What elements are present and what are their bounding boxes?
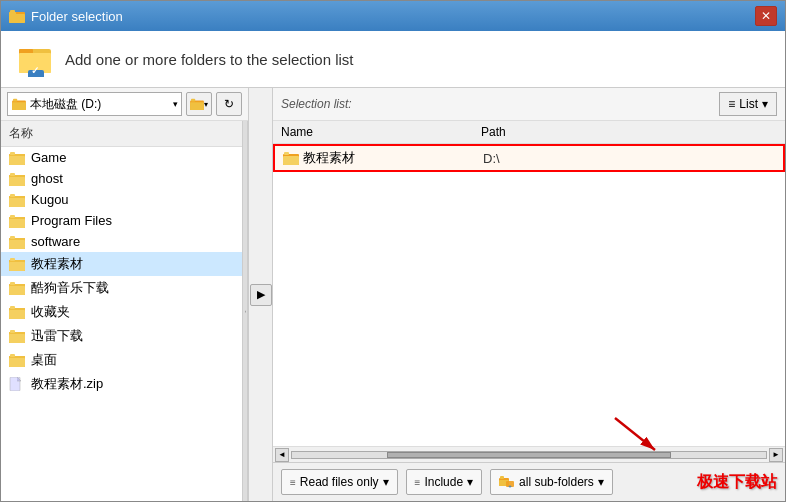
svg-text:✓: ✓	[31, 65, 39, 76]
list-item[interactable]: Game	[1, 147, 242, 168]
table-header: Name Path	[273, 121, 785, 144]
expand-right-button[interactable]: ▶	[250, 284, 272, 306]
list-item[interactable]: 桌面	[1, 348, 242, 372]
scrollbar-track[interactable]	[291, 451, 767, 459]
menu-icon: ≡	[728, 97, 735, 111]
include-label: Include	[424, 475, 463, 489]
file-item-label: 教程素材	[31, 255, 83, 273]
column-name-header: Name	[281, 125, 481, 139]
column-path-header: Path	[481, 125, 777, 139]
left-panel: 本地磁盘 (D:) ▾ ▾ ↻ 名称	[1, 88, 249, 501]
svg-rect-34	[10, 236, 15, 239]
svg-rect-26	[10, 194, 15, 197]
folder-icon	[9, 214, 25, 228]
file-item-label: software	[31, 234, 80, 249]
svg-rect-37	[9, 262, 25, 271]
selection-table: Name Path 教程素材D:\	[273, 121, 785, 446]
window-icon	[9, 8, 25, 24]
read-files-only-button[interactable]: ≡ Read files only ▾	[281, 469, 398, 495]
file-item-label: ghost	[31, 171, 63, 186]
svg-rect-10	[12, 102, 26, 110]
table-row[interactable]: 教程素材D:\	[273, 144, 785, 172]
list-item[interactable]: Kugou	[1, 189, 242, 210]
table-cell-name: 教程素材	[283, 149, 483, 167]
svg-rect-54	[10, 354, 15, 357]
list-view-button[interactable]: ≡ List ▾	[719, 92, 777, 116]
drive-selector[interactable]: 本地磁盘 (D:) ▾	[7, 92, 182, 116]
svg-rect-61	[500, 476, 504, 479]
scroll-right-button[interactable]: ►	[769, 448, 783, 462]
folder-icon	[9, 329, 25, 343]
svg-line-65	[615, 418, 655, 450]
svg-rect-33	[9, 240, 25, 249]
list-item[interactable]: ghost	[1, 168, 242, 189]
svg-rect-42	[10, 282, 15, 285]
include-menu-icon: ≡	[415, 477, 421, 488]
right-toolbar: Selection list: ≡ List ▾	[273, 88, 785, 121]
splitter-handle: · · ·	[241, 310, 249, 311]
window-title: Folder selection	[31, 9, 755, 24]
folder-browse-button[interactable]: ▾	[186, 92, 212, 116]
include-button[interactable]: ≡ Include ▾	[406, 469, 483, 495]
drive-dropdown-arrow: ▾	[173, 99, 178, 109]
chevron-right-icon: ▶	[257, 288, 265, 301]
refresh-icon: ↻	[224, 97, 234, 111]
list-item[interactable]: 迅雷下载	[1, 324, 242, 348]
left-toolbar: 本地磁盘 (D:) ▾ ▾ ↻	[1, 88, 248, 121]
list-item[interactable]: Program Files	[1, 210, 242, 231]
svg-rect-45	[9, 310, 25, 319]
folder-icon	[9, 172, 25, 186]
svg-rect-25	[9, 198, 25, 207]
table-body: 教程素材D:\	[273, 144, 785, 446]
folder-icon	[9, 281, 25, 295]
table-cell-path: D:\	[483, 151, 775, 166]
svg-rect-38	[10, 258, 15, 261]
list-item[interactable]: 收藏夹	[1, 300, 242, 324]
svg-rect-49	[9, 334, 25, 343]
refresh-button[interactable]: ↻	[216, 92, 242, 116]
list-item[interactable]: software	[1, 231, 242, 252]
svg-rect-57	[283, 156, 299, 165]
main-content: 本地磁盘 (D:) ▾ ▾ ↻ 名称	[1, 88, 785, 501]
svg-rect-58	[284, 152, 289, 155]
list-dropdown-arrow: ▾	[762, 97, 768, 111]
svg-rect-18	[10, 152, 15, 155]
read-files-only-label: Read files only	[300, 475, 379, 489]
all-sub-folders-label: all sub-folders	[519, 475, 594, 489]
svg-rect-41	[9, 286, 25, 295]
close-button[interactable]: ✕	[755, 6, 777, 26]
file-item-label: 教程素材.zip	[31, 375, 103, 393]
subfolder-dropdown-arrow: ▾	[598, 475, 604, 489]
file-list[interactable]: Game ghost Kugou Program Files software	[1, 147, 242, 501]
table-row-folder-icon	[283, 151, 299, 165]
list-item[interactable]: 酷狗音乐下载	[1, 276, 242, 300]
folder-icon	[9, 353, 25, 367]
svg-rect-21	[9, 177, 25, 186]
file-item-label: 收藏夹	[31, 303, 70, 321]
svg-rect-29	[9, 219, 25, 228]
include-dropdown-arrow: ▾	[467, 475, 473, 489]
folder-icon	[9, 305, 25, 319]
svg-rect-17	[9, 156, 25, 165]
file-item-label: Program Files	[31, 213, 112, 228]
list-item[interactable]: 教程素材.zip	[1, 372, 242, 396]
header-area: ✓ Add one or more folders to the selecti…	[1, 31, 785, 88]
file-item-label: Game	[31, 150, 66, 165]
svg-rect-11	[13, 99, 17, 102]
svg-rect-22	[10, 173, 15, 176]
file-item-label: 桌面	[31, 351, 57, 369]
subfolder-icon: +	[499, 475, 515, 489]
column-header: 名称	[1, 121, 242, 147]
list-item[interactable]: 教程素材	[1, 252, 242, 276]
left-panel-inner: 名称 Game ghost Kugou Progra	[1, 121, 248, 501]
folder-icon	[9, 193, 25, 207]
horizontal-scrollbar[interactable]: ◄ ►	[273, 446, 785, 462]
right-panel: Selection list: ≡ List ▾ Name Path 教程素材D…	[273, 88, 785, 501]
folder-icon	[9, 257, 25, 271]
panel-splitter[interactable]: · · ·	[242, 121, 248, 501]
file-item-label: 迅雷下载	[31, 327, 83, 345]
scroll-left-button[interactable]: ◄	[275, 448, 289, 462]
all-sub-folders-button[interactable]: + all sub-folders ▾	[490, 469, 613, 495]
svg-rect-13	[190, 102, 204, 110]
file-item-label: 酷狗音乐下载	[31, 279, 109, 297]
